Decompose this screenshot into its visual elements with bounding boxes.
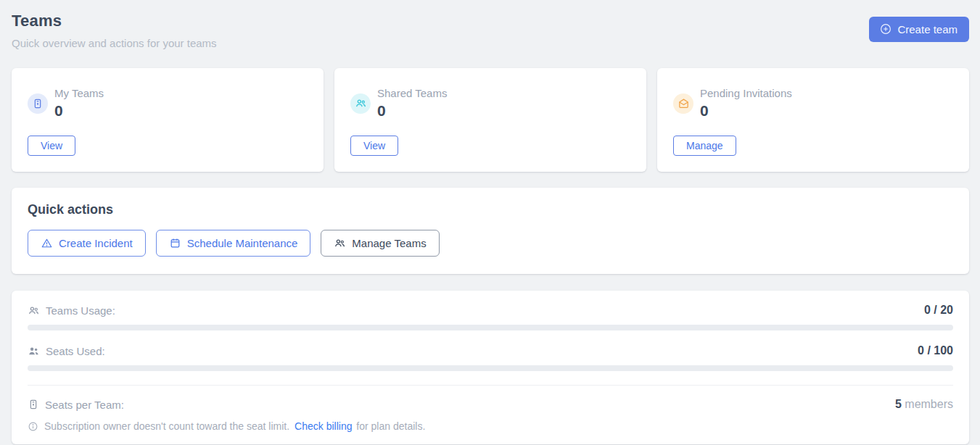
page-subtitle: Quick overview and actions for your team… [12, 37, 217, 49]
seats-per-team-row: Seats per Team: 5 members [28, 398, 953, 411]
pending-invitations-card: Pending Invitations 0 Manage [657, 68, 969, 172]
usage-card: Teams Usage: 0 / 20 Seats Used: 0 / 100 [12, 291, 969, 444]
page-title: Teams [12, 12, 217, 30]
quick-actions-buttons: Create Incident Schedule Maintenance [28, 230, 953, 257]
stat-value: 0 [54, 102, 104, 120]
stat-value: 0 [377, 102, 447, 120]
contact-badge-icon [28, 93, 48, 114]
create-team-label: Create team [897, 23, 958, 36]
schedule-maintenance-button[interactable]: Schedule Maintenance [156, 230, 311, 257]
teams-usage-progressbar [28, 325, 953, 330]
note-text: Subscription owner doesn't count toward … [44, 420, 425, 432]
warning-triangle-icon [41, 237, 53, 249]
create-team-button[interactable]: Create team [869, 17, 969, 42]
stat-cards-row: My Teams 0 View Shared Teams [12, 68, 969, 172]
seats-used-progressbar [28, 365, 953, 371]
seats-used-label: Seats Used: [46, 345, 105, 357]
manage-teams-label: Manage Teams [352, 237, 426, 249]
schedule-maintenance-label: Schedule Maintenance [187, 237, 298, 249]
create-incident-label: Create Incident [59, 237, 133, 249]
quick-actions-card: Quick actions Create Incident [12, 188, 969, 274]
stat-title: Pending Invitations [700, 87, 792, 99]
users-icon [334, 237, 346, 249]
my-teams-card: My Teams 0 View [12, 68, 324, 172]
note-after: for plan details. [356, 420, 425, 432]
users-icon [350, 93, 371, 114]
seats-per-team-value: 5 members [895, 398, 953, 411]
header-text: Teams Quick overview and actions for you… [12, 12, 217, 49]
teams-usage-label: Teams Usage: [46, 304, 115, 317]
note-before: Subscription owner doesn't count toward … [44, 420, 289, 432]
teams-usage-row: Teams Usage: 0 / 20 [28, 304, 953, 317]
teams-page: Teams Quick overview and actions for you… [0, 0, 980, 444]
shared-teams-view-button[interactable]: View [350, 136, 398, 156]
subscription-note: Subscription owner doesn't count toward … [28, 420, 953, 432]
manage-teams-button[interactable]: Manage Teams [321, 230, 439, 257]
stat-title: Shared Teams [377, 87, 447, 99]
seats-per-team-number: 5 [895, 398, 902, 410]
shared-teams-card: Shared Teams 0 View [334, 68, 646, 172]
stat-value: 0 [700, 102, 792, 120]
seats-per-team-unit: members [905, 398, 953, 410]
create-incident-button[interactable]: Create Incident [28, 230, 146, 257]
stat-text: Shared Teams 0 [377, 87, 447, 120]
users-outline-icon [28, 304, 40, 317]
seats-used-row: Seats Used: 0 / 100 [28, 344, 953, 357]
pending-invitations-manage-button[interactable]: Manage [673, 136, 736, 156]
my-teams-view-button[interactable]: View [28, 136, 75, 156]
stat-text: Pending Invitations 0 [700, 87, 792, 120]
users-filled-icon [28, 345, 40, 357]
quick-actions-title: Quick actions [28, 202, 953, 217]
plus-circle-icon [879, 22, 892, 36]
page-header: Teams Quick overview and actions for you… [12, 12, 969, 49]
seats-used-value: 0 / 100 [918, 344, 953, 357]
stat-title: My Teams [54, 87, 104, 99]
teams-usage-label-group: Teams Usage: [28, 304, 115, 317]
seats-per-team-label-group: Seats per Team: [28, 399, 124, 411]
contact-badge-icon [28, 399, 39, 410]
divider [28, 385, 953, 386]
check-billing-link[interactable]: Check billing [295, 420, 352, 432]
stat-text: My Teams 0 [54, 87, 104, 120]
info-circle-icon [28, 421, 38, 432]
mail-open-icon [673, 93, 693, 114]
teams-usage-value: 0 / 20 [924, 304, 953, 317]
seats-per-team-label: Seats per Team: [45, 399, 124, 411]
calendar-icon [169, 237, 181, 249]
seats-used-label-group: Seats Used: [28, 345, 105, 357]
